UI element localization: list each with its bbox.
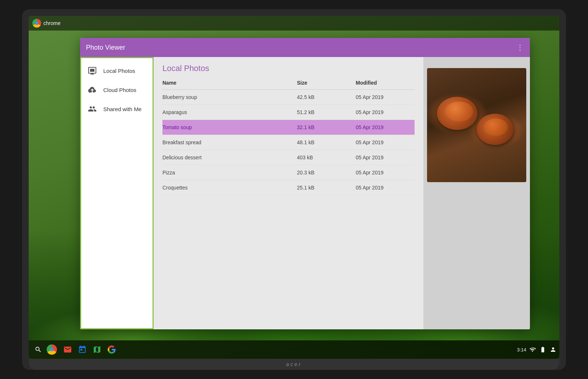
- taskbar-right: 3:14: [517, 346, 556, 353]
- app-header: Photo Viewer ⋮: [80, 38, 530, 57]
- table-row[interactable]: Blueberry soup 42.5 kB 05 Apr 2019: [162, 90, 415, 105]
- taskbar-chrome-icon[interactable]: [46, 343, 60, 356]
- shared-with-me-icon: [87, 104, 97, 114]
- soup-bowl-2: [477, 114, 513, 145]
- file-modified: 05 Apr 2019: [356, 170, 415, 176]
- app-window: Photo Viewer ⋮: [80, 38, 530, 329]
- taskbar-time: 3:14: [517, 347, 526, 353]
- file-name: Pizza: [162, 170, 297, 176]
- file-size: 48.1 kB: [297, 139, 356, 145]
- file-name: Blueberry soup: [162, 94, 297, 100]
- table-row[interactable]: Asparagus 51.2 kB 05 Apr 2019: [162, 105, 415, 120]
- file-table: Name Size Modified Blueberry soup 42.5 k…: [154, 76, 423, 329]
- wifi-icon: [529, 346, 536, 353]
- taskbar-gmail-icon[interactable]: [61, 343, 74, 356]
- cloud-photos-icon: [87, 85, 97, 95]
- file-size: 20.3 kB: [297, 170, 356, 176]
- user-icon: [550, 346, 556, 353]
- file-modified: 05 Apr 2019: [356, 155, 415, 160]
- brand-name: acer: [286, 361, 302, 367]
- taskbar-calendar-icon[interactable]: [76, 343, 89, 356]
- content-title: Local Photos: [162, 64, 209, 73]
- app-body: Local Photos Cloud Photos: [80, 57, 530, 329]
- sidebar-item-local-photos[interactable]: Local Photos: [81, 61, 153, 80]
- col-header-name: Name: [162, 80, 297, 86]
- local-photos-icon: [87, 65, 97, 76]
- table-row[interactable]: Pizza 20.3 kB 05 Apr 2019: [162, 165, 415, 180]
- taskbar-search-button[interactable]: [32, 343, 45, 356]
- content-header: Local Photos: [154, 57, 423, 76]
- file-name: Croquettes: [162, 185, 297, 191]
- svg-rect-3: [90, 74, 94, 75]
- main-content: Local Photos Name Size Modified Blueberr…: [154, 57, 423, 329]
- cloud-photos-label: Cloud Photos: [103, 87, 136, 93]
- chrome-logo-icon: [32, 19, 41, 28]
- soup-bowl-1: [437, 97, 477, 130]
- svg-rect-1: [90, 69, 94, 72]
- taskbar: 3:14: [29, 340, 559, 359]
- sidebar: Local Photos Cloud Photos: [80, 57, 154, 329]
- file-size: 51.2 kB: [297, 109, 356, 115]
- taskbar-maps-icon[interactable]: [90, 343, 104, 356]
- sidebar-item-shared-with-me[interactable]: Shared with Me: [81, 99, 153, 118]
- top-bar: chrome: [29, 16, 559, 31]
- shared-with-me-label: Shared with Me: [103, 106, 141, 112]
- table-row[interactable]: Croquettes 25.1 kB 05 Apr 2019: [162, 180, 415, 195]
- file-modified: 05 Apr 2019: [356, 124, 415, 130]
- file-modified: 05 Apr 2019: [356, 139, 415, 145]
- laptop-shell: chrome Photo Viewer ⋮: [22, 9, 566, 370]
- taskbar-google-icon[interactable]: [105, 343, 118, 356]
- battery-icon: [539, 346, 547, 353]
- taskbar-left: [32, 343, 517, 356]
- col-header-modified: Modified: [356, 80, 415, 86]
- preview-image: [427, 68, 526, 182]
- laptop-bottom: acer: [29, 359, 559, 370]
- app-title: Photo Viewer: [86, 44, 516, 52]
- file-modified: 05 Apr 2019: [356, 109, 415, 115]
- file-name: Tomato soup: [162, 124, 297, 130]
- table-header: Name Size Modified: [162, 76, 415, 90]
- file-size: 32.1 kB: [297, 124, 356, 130]
- local-photos-label: Local Photos: [103, 68, 135, 74]
- preview-panel: [423, 57, 530, 329]
- col-header-size: Size: [297, 80, 356, 86]
- file-modified: 05 Apr 2019: [356, 94, 415, 100]
- more-options-icon[interactable]: ⋮: [516, 43, 524, 52]
- table-row[interactable]: Delicious dessert 403 kB 05 Apr 2019: [162, 150, 415, 165]
- file-modified: 05 Apr 2019: [356, 185, 415, 191]
- sidebar-item-cloud-photos[interactable]: Cloud Photos: [81, 80, 153, 99]
- file-size: 403 kB: [297, 155, 356, 160]
- file-size: 25.1 kB: [297, 185, 356, 191]
- file-name: Breakfast spread: [162, 139, 297, 145]
- laptop-screen: chrome Photo Viewer ⋮: [29, 16, 559, 359]
- file-name: Delicious dessert: [162, 155, 297, 160]
- file-size: 42.5 kB: [297, 94, 356, 100]
- svg-rect-2: [91, 73, 93, 74]
- table-row-selected[interactable]: Tomato soup 32.1 kB 05 Apr 2019: [162, 120, 415, 135]
- table-row[interactable]: Breakfast spread 48.1 kB 05 Apr 2019: [162, 135, 415, 150]
- file-name: Asparagus: [162, 109, 297, 115]
- chrome-text: chrome: [43, 20, 61, 26]
